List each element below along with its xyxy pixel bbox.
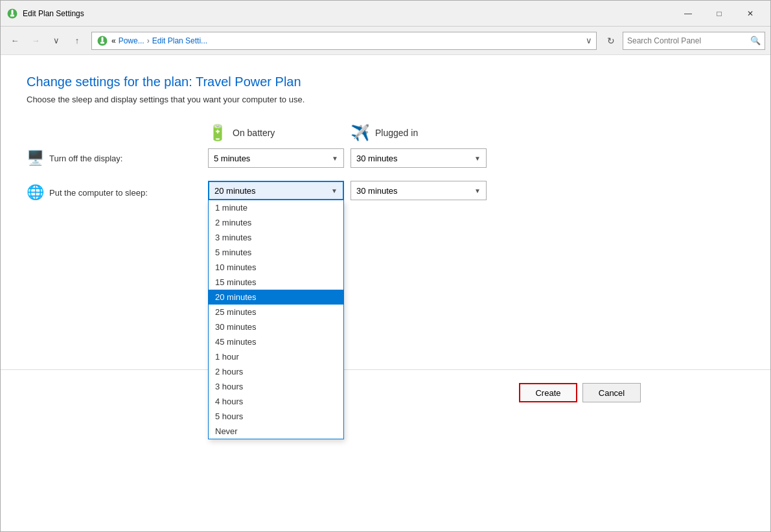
display-row-label: Turn off the display: <box>49 154 122 163</box>
option-45min[interactable]: 45 minutes <box>209 334 343 349</box>
option-1hour[interactable]: 1 hour <box>209 349 343 364</box>
window-controls: — □ ✕ <box>673 4 765 23</box>
close-button[interactable]: ✕ <box>735 4 765 23</box>
sleep-battery-list: 1 minute 2 minutes 3 minutes 5 minutes 1… <box>208 200 344 439</box>
sleep-row: 🌐 Put the computer to sleep: 20 minutes … <box>27 181 744 201</box>
display-plugged-value: 30 minutes <box>356 154 398 163</box>
breadcrumb-sep2: › <box>147 36 150 45</box>
option-2min[interactable]: 2 minutes <box>209 215 343 230</box>
on-battery-label: On battery <box>233 128 275 138</box>
search-icon: 🔍 <box>750 36 761 45</box>
display-battery-dropdown[interactable]: 5 minutes ▼ <box>208 148 344 168</box>
option-5min[interactable]: 5 minutes <box>209 245 343 260</box>
option-3min[interactable]: 3 minutes <box>209 230 343 245</box>
option-25min[interactable]: 25 minutes <box>209 305 343 319</box>
page-subtitle: Choose the sleep and display settings th… <box>27 95 744 104</box>
address-bar[interactable]: « Powe... › Edit Plan Setti... ∨ <box>91 32 597 50</box>
address-chevron[interactable]: ∨ <box>586 36 592 45</box>
content-area: Change settings for the plan: Travel Pow… <box>1 55 770 531</box>
back-button[interactable]: ← <box>6 32 24 50</box>
option-5hours[interactable]: 5 hours <box>209 409 343 424</box>
plugged-in-label: Plugged in <box>375 128 418 138</box>
display-plugged-dropdown[interactable]: 30 minutes ▼ <box>351 148 487 168</box>
bottom-buttons: Create Cancel <box>27 383 744 402</box>
on-battery-header: 🔋 On battery <box>208 124 351 142</box>
option-4hours[interactable]: 4 hours <box>209 394 343 409</box>
dropdown-button[interactable]: ∨ <box>47 32 65 50</box>
option-3hours[interactable]: 3 hours <box>209 379 343 394</box>
monitor-icon: 🖥️ <box>27 150 44 167</box>
create-button[interactable]: Create <box>519 383 577 402</box>
display-dropdowns: 5 minutes ▼ 30 minutes ▼ <box>208 148 487 168</box>
svg-rect-2 <box>10 14 14 16</box>
window-title: Edit Plan Settings <box>23 9 673 18</box>
display-plugged-arrow: ▼ <box>474 155 481 162</box>
window-icon <box>6 7 19 20</box>
search-bar[interactable]: 🔍 <box>623 32 765 50</box>
sleep-plugged-dropdown[interactable]: 30 minutes ▼ <box>351 181 487 200</box>
minimize-button[interactable]: — <box>673 4 703 23</box>
option-15min[interactable]: 15 minutes <box>209 275 343 290</box>
divider <box>1 369 770 370</box>
forward-button[interactable]: → <box>27 32 45 50</box>
svg-rect-1 <box>12 10 14 15</box>
sleep-icon: 🌐 <box>27 184 44 201</box>
sleep-dropdowns: 20 minutes ▼ 1 minute 2 minutes 3 minute… <box>208 181 487 200</box>
display-battery-value: 5 minutes <box>214 154 250 163</box>
sleep-battery-wrapper: 20 minutes ▼ 1 minute 2 minutes 3 minute… <box>208 181 344 200</box>
page-title: Change settings for the plan: Travel Pow… <box>27 75 744 89</box>
svg-rect-4 <box>102 37 104 42</box>
sleep-plugged-value: 30 minutes <box>356 186 398 196</box>
cancel-button[interactable]: Cancel <box>582 383 641 402</box>
sleep-row-label: Put the computer to sleep: <box>49 188 148 198</box>
sleep-plugged-arrow: ▼ <box>474 187 481 194</box>
refresh-button[interactable]: ↻ <box>602 32 620 50</box>
main-window: Edit Plan Settings — □ ✕ ← → ∨ ↑ « Powe.… <box>0 0 771 532</box>
sleep-label: 🌐 Put the computer to sleep: <box>27 184 208 201</box>
plugin-icon: ✈️ <box>351 124 370 142</box>
option-10min[interactable]: 10 minutes <box>209 260 343 275</box>
battery-icon: 🔋 <box>208 124 227 142</box>
breadcrumb-edit[interactable]: Edit Plan Setti... <box>152 36 207 45</box>
address-icon <box>96 34 109 47</box>
option-2hours[interactable]: 2 hours <box>209 364 343 379</box>
display-battery-arrow: ▼ <box>332 155 338 162</box>
option-20min[interactable]: 20 minutes <box>209 290 343 305</box>
breadcrumb-sep1: « <box>111 36 116 45</box>
title-bar: Edit Plan Settings — □ ✕ <box>1 1 770 27</box>
plugged-in-header: ✈️ Plugged in <box>351 124 493 142</box>
sleep-battery-dropdown[interactable]: 20 minutes ▼ <box>208 181 344 200</box>
option-1min[interactable]: 1 minute <box>209 200 343 215</box>
settings-header: 🔋 On battery ✈️ Plugged in <box>208 124 744 142</box>
breadcrumb: « Powe... › Edit Plan Setti... <box>111 36 207 45</box>
maximize-button[interactable]: □ <box>704 4 734 23</box>
display-row: 🖥️ Turn off the display: 5 minutes ▼ 30 … <box>27 148 744 168</box>
nav-bar: ← → ∨ ↑ « Powe... › Edit Plan Setti... ∨… <box>1 27 770 55</box>
svg-rect-5 <box>100 41 104 43</box>
option-never[interactable]: Never <box>209 424 343 439</box>
sleep-battery-value: 20 minutes <box>214 186 256 196</box>
search-input[interactable] <box>627 36 750 45</box>
up-button[interactable]: ↑ <box>68 32 86 50</box>
breadcrumb-power[interactable]: Powe... <box>119 36 144 45</box>
display-label: 🖥️ Turn off the display: <box>27 150 208 167</box>
option-30min[interactable]: 30 minutes <box>209 319 343 334</box>
sleep-battery-arrow: ▼ <box>331 187 338 194</box>
